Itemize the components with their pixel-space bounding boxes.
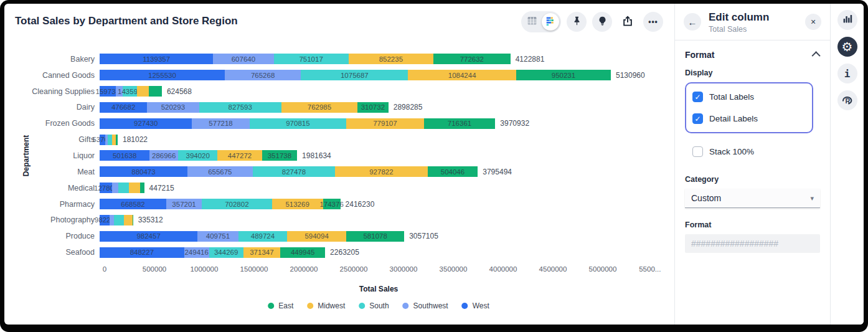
bar-segment-midwest[interactable]: 779107 [346, 118, 424, 129]
bar-track: 11393576076407510178522357726324122881 [100, 54, 674, 64]
legend-item[interactable]: East [268, 301, 293, 310]
chart-view-button[interactable] [542, 13, 559, 31]
ellipsis-icon: ••• [648, 17, 658, 26]
bar-segment-midwest[interactable]: 371347 [243, 247, 280, 258]
bar-segment-east[interactable]: 310732 [357, 102, 389, 113]
chart-row: Medical127807447215 [4, 180, 674, 196]
bar-segment-west[interactable]: 53763 [100, 135, 105, 145]
bar-segment-south[interactable]: 827478 [253, 166, 335, 177]
bar-segment-southwest[interactable]: 520293 [147, 102, 199, 113]
explore-button[interactable] [592, 12, 612, 32]
x-tick-label: 2000000 [290, 265, 318, 273]
bar-segment-east[interactable] [140, 183, 144, 193]
bar-segment-midwest[interactable]: 762985 [281, 102, 357, 113]
bar-segment-midwest[interactable] [137, 86, 149, 97]
bar-segment-west[interactable]: 127807 [100, 183, 112, 193]
close-button[interactable]: × [805, 14, 821, 30]
bar-segment-south[interactable] [118, 183, 129, 193]
bar-segment-east[interactable]: 351738 [262, 150, 297, 161]
y-axis-category-label: Cleaning Supplies [4, 87, 100, 96]
format-section-header[interactable]: Format [685, 50, 820, 60]
bar-segment-west[interactable]: 98221 [100, 215, 110, 225]
settings-button[interactable]: ⚙ [837, 37, 857, 57]
bar-segment-southwest[interactable]: 607640 [213, 54, 273, 64]
bar-segment-southwest[interactable]: 357201 [166, 199, 202, 209]
bar-segment-midwest[interactable]: 513269 [272, 199, 323, 209]
bar-segment-midwest[interactable]: 927822 [335, 166, 427, 177]
bar-segment-west[interactable]: 880473 [100, 166, 187, 177]
bar-segment-west[interactable]: 1255530 [100, 70, 225, 80]
bar-chart-icon [545, 16, 556, 29]
bar-segment-midwest[interactable]: 852235 [349, 54, 433, 64]
bar-segment-southwest[interactable]: 249416 [184, 247, 209, 258]
share-button[interactable] [618, 12, 638, 32]
legend-dot-icon [359, 303, 365, 309]
bar-segment-south[interactable]: 344269 [209, 247, 243, 258]
bar-segment-southwest[interactable]: 765268 [225, 70, 301, 80]
bar-segment-south[interactable]: 970815 [250, 118, 346, 129]
bar-segment-west[interactable]: 848227 [100, 247, 184, 258]
bar-segment-west[interactable]: 159738 [100, 86, 116, 97]
legend-item[interactable]: West [462, 301, 489, 310]
bar-segment-midwest[interactable]: 447272 [217, 150, 262, 161]
chart-row: Liquor5016382869663940204472723517381981… [4, 148, 674, 164]
bar-segment-east[interactable]: 772632 [433, 54, 511, 64]
category-select[interactable]: Custom ▾ [685, 189, 820, 208]
bar-segment-south[interactable]: 751017 [274, 54, 349, 64]
legend-item[interactable]: South [359, 301, 389, 310]
bar-segment-south[interactable]: 827593 [199, 102, 281, 113]
total-label: 2263205 [330, 248, 359, 257]
bar-segment-west[interactable]: 982457 [100, 231, 197, 242]
legend-dot-icon [268, 303, 274, 309]
chart-row: Bakery1139357607640751017852235772632412… [4, 51, 674, 67]
legend-item[interactable]: Southwest [403, 301, 448, 310]
bar-segment-south[interactable]: 394020 [178, 150, 217, 161]
bar-segment-south[interactable]: 1075687 [301, 70, 408, 80]
table-view-button[interactable] [523, 13, 540, 31]
bar-segment-south[interactable] [114, 215, 123, 225]
bar-segment-southwest[interactable]: 577218 [192, 118, 249, 129]
info-button[interactable]: i [837, 64, 857, 83]
total-labels-checkbox[interactable]: ✓ [692, 92, 703, 102]
bar-segment-east[interactable]: 449945 [280, 247, 325, 258]
back-button[interactable]: ← [684, 13, 701, 31]
checkbox-row-detail-labels[interactable]: ✓ Detail Labels [692, 108, 806, 130]
bar-segment-south[interactable]: 143592 [123, 86, 137, 97]
bar-segment-east[interactable] [133, 215, 133, 225]
bar-segment-midwest[interactable]: 1084244 [408, 70, 516, 80]
bar-segment-west[interactable]: 501638 [100, 150, 149, 161]
checkbox-row-stack-100[interactable]: ✓ Stack 100% [685, 141, 820, 163]
bar-segment-midwest[interactable] [129, 183, 140, 193]
bar-segment-southwest[interactable]: 286966 [149, 150, 178, 161]
bar-segment-south[interactable]: 489724 [238, 231, 287, 242]
bar-segment-east[interactable]: 504046 [428, 166, 478, 177]
bar-segment-southwest[interactable] [112, 183, 118, 193]
format-input[interactable] [685, 234, 820, 253]
bar-segment-southwest[interactable]: 655675 [187, 166, 253, 177]
r-language-button[interactable]: R [837, 90, 857, 110]
stack-100-checkbox[interactable]: ✓ [692, 146, 703, 157]
bar-segment-south[interactable]: 702802 [202, 199, 271, 209]
checkbox-row-total-labels[interactable]: ✓ Total Labels [692, 86, 806, 108]
bar-segment-southwest[interactable]: 409751 [197, 231, 238, 242]
element-properties-button[interactable] [837, 10, 857, 30]
bar-segment-east[interactable]: 950231 [516, 70, 611, 80]
bar-segment-midwest[interactable] [124, 215, 133, 225]
bar-segment-west[interactable]: 476682 [100, 102, 147, 113]
detail-labels-checkbox[interactable]: ✓ [692, 113, 703, 124]
bar-segment-west[interactable]: 927430 [100, 118, 192, 129]
legend-item[interactable]: Midwest [307, 301, 345, 310]
bar-segment-east[interactable] [116, 135, 118, 145]
more-button[interactable]: ••• [643, 12, 663, 32]
bar-segment-west[interactable]: 1139357 [100, 54, 213, 64]
bar-segment-south[interactable] [108, 135, 113, 145]
bar-segment-southwest[interactable] [110, 215, 115, 225]
bar-segment-east[interactable]: 581078 [346, 231, 404, 242]
bar-segment-east[interactable]: 174376 [323, 199, 341, 209]
bar-segment-east[interactable] [149, 86, 162, 97]
bar-segment-east[interactable]: 716361 [424, 118, 496, 129]
pin-button[interactable] [567, 12, 587, 32]
detail-label: 501638 [113, 152, 136, 159]
bar-segment-midwest[interactable]: 594094 [287, 231, 346, 242]
bar-segment-west[interactable]: 668582 [100, 199, 166, 209]
